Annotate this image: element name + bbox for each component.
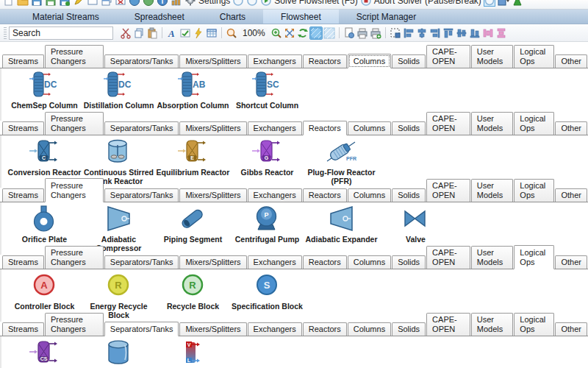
tab-cape-open[interactable]: CAPE-OPEN <box>426 179 470 202</box>
tab-solids[interactable]: Solids <box>392 255 426 269</box>
palette-item-piping-segment[interactable]: Piping Segment <box>156 202 230 244</box>
palette-item-gibbs-reactor[interactable]: G Gibbs Reactor <box>230 135 304 177</box>
palette-item-valve[interactable]: Valve <box>379 202 453 244</box>
zoom-fit-icon[interactable] <box>283 26 296 40</box>
distribute-v-icon[interactable] <box>495 26 508 40</box>
tab-logical-ops[interactable]: Logical Ops <box>514 179 554 202</box>
save-all-icon[interactable] <box>45 0 57 7</box>
palette-item-compound[interactable]: CS Compound <box>7 336 82 368</box>
settings-gear-icon[interactable]: Settings <box>184 0 230 7</box>
palette-item-controller-block[interactable]: AController Block <box>7 269 82 311</box>
tab-cape-open[interactable]: CAPE-OPEN <box>426 246 470 269</box>
tab-separators-tanks[interactable]: Separators/Tanks <box>104 322 179 336</box>
palette-item-equilibrium-reactor[interactable]: E Equilibrium Reactor <box>156 135 230 177</box>
tab-streams[interactable]: Streams <box>2 255 44 269</box>
cascade-window-icon[interactable] <box>101 0 112 7</box>
radio-icon[interactable] <box>246 0 258 7</box>
align-bottom-icon[interactable] <box>468 26 481 40</box>
tab-pressure-changers[interactable]: Pressure Changers <box>45 112 104 135</box>
tab-columns[interactable]: Columns <box>348 255 391 269</box>
align-top-icon[interactable] <box>442 26 455 40</box>
grid-icon[interactable] <box>323 26 336 40</box>
radio-icon[interactable] <box>232 0 244 7</box>
tab-mixers-splitters[interactable]: Mixers/Splitters <box>179 255 246 269</box>
tab-separators-tanks[interactable]: Separators/Tanks <box>104 54 179 68</box>
zoom-level[interactable]: 100% <box>241 28 267 38</box>
tab-user-models[interactable]: User Models <box>471 45 514 68</box>
green-run-icon[interactable] <box>512 0 523 7</box>
open-folder-icon[interactable] <box>17 0 29 7</box>
palette-item-recycle-block[interactable]: RRecycle Block <box>156 269 230 311</box>
tab-streams[interactable]: Streams <box>2 121 44 135</box>
chart-mini-icon[interactable] <box>171 0 182 7</box>
palette-item-shortcut-column[interactable]: SCShortcut Column <box>230 68 304 110</box>
palette-item-energy-recycle-block[interactable]: REnergy Recycle Block <box>82 269 156 319</box>
tab-separators-tanks[interactable]: Separators/Tanks <box>104 255 179 269</box>
palette-item-orifice-plate[interactable]: Orifice Plate <box>7 202 82 244</box>
tab-streams[interactable]: Streams <box>2 188 44 202</box>
palette-item-tank[interactable] <box>82 336 156 368</box>
radio-abort-icon[interactable]: Abort Solver (Pause/Break) <box>360 0 481 7</box>
main-tab-material-streams[interactable]: Material Streams <box>15 10 117 24</box>
tab-user-models[interactable]: User Models <box>471 179 514 202</box>
tab-logical-ops[interactable]: Logical Ops <box>514 245 554 269</box>
new-file-icon[interactable] <box>3 0 15 7</box>
zoom-icon[interactable] <box>225 26 238 40</box>
tab-pressure-changers[interactable]: Pressure Changers <box>45 246 104 269</box>
tab-mixers-splitters[interactable]: Mixers/Splitters <box>179 54 246 68</box>
globe-ball-icon[interactable] <box>129 0 140 7</box>
tab-user-models[interactable]: User Models <box>471 313 514 336</box>
palette-item-adiabatic-compressor[interactable]: Adiabatic Compressor <box>82 202 156 252</box>
tab-columns[interactable]: Columns <box>348 188 391 202</box>
radio-solve-icon[interactable]: Solve Flowsheet (F5) <box>260 0 357 7</box>
tab-streams[interactable]: Streams <box>2 322 44 336</box>
tab-logical-ops[interactable]: Logical Ops <box>514 313 554 336</box>
palette-item-adiabatic-expander[interactable]: Adiabatic Expander <box>304 202 379 244</box>
tab-pressure-changers[interactable]: Pressure Changers <box>45 178 104 202</box>
tab-streams[interactable]: Streams <box>2 54 44 68</box>
palette-item-centrifugal-pump[interactable]: PCentrifugal Pump <box>230 202 304 244</box>
zoom-refresh-icon[interactable] <box>296 26 309 40</box>
palette-item-conversion-reactor[interactable]: C Conversion Reactor <box>7 135 82 177</box>
align-right-icon[interactable] <box>429 26 442 40</box>
tab-cape-open[interactable]: CAPE-OPEN <box>426 45 470 68</box>
search-input[interactable] <box>9 26 113 40</box>
main-tab-charts[interactable]: Charts <box>202 10 263 24</box>
tab-exchangers[interactable]: Exchangers <box>248 255 302 269</box>
tab-columns[interactable]: Columns <box>348 121 391 135</box>
tab-other[interactable]: Other <box>555 54 587 68</box>
tab-other[interactable]: Other <box>555 188 587 202</box>
zoom-in-icon[interactable] <box>270 26 283 40</box>
tab-user-models[interactable]: User Models <box>471 246 514 269</box>
print-add-icon[interactable] <box>369 26 382 40</box>
tab-solids[interactable]: Solids <box>392 54 426 68</box>
palette-item-plug-flow-reactor-pfr[interactable]: PFRPlug-Flow Reactor (PFR) <box>304 135 379 185</box>
tab-solids[interactable]: Solids <box>392 121 426 135</box>
close-window-icon[interactable] <box>115 0 126 7</box>
tab-mixers-splitters[interactable]: Mixers/Splitters <box>179 121 246 135</box>
panel-dropdown-icon[interactable] <box>498 0 509 7</box>
copy-icon[interactable] <box>132 26 146 40</box>
tab-mixers-splitters[interactable]: Mixers/Splitters <box>179 322 246 336</box>
tab-other[interactable]: Other <box>555 322 587 336</box>
main-tab-script-manager[interactable]: Script Manager <box>339 10 434 24</box>
tab-cape-open[interactable]: CAPE-OPEN <box>426 112 470 135</box>
tab-pressure-changers[interactable]: Pressure Changers <box>45 313 104 336</box>
align-left-icon[interactable] <box>402 26 415 40</box>
tab-separators-tanks[interactable]: Separators/Tanks <box>104 188 179 202</box>
tab-columns[interactable]: Columns <box>348 54 391 68</box>
tab-columns[interactable]: Columns <box>348 322 391 336</box>
save-as-icon[interactable] <box>59 0 71 7</box>
cut-icon[interactable] <box>119 26 132 40</box>
palette-item-distillation-column[interactable]: DCDistillation Column <box>82 68 156 110</box>
update-ball-icon[interactable] <box>143 0 154 7</box>
tile-window-icon[interactable] <box>87 0 98 7</box>
edit-pencil-icon[interactable] <box>73 0 85 7</box>
tab-solids[interactable]: Solids <box>392 188 426 202</box>
tab-exchangers[interactable]: Exchangers <box>248 322 302 336</box>
paste-icon[interactable] <box>146 26 159 40</box>
page-setup-icon[interactable] <box>343 26 356 40</box>
tab-user-models[interactable]: User Models <box>471 112 514 135</box>
toolbar-grip[interactable] <box>4 27 7 39</box>
print-icon[interactable] <box>356 26 369 40</box>
